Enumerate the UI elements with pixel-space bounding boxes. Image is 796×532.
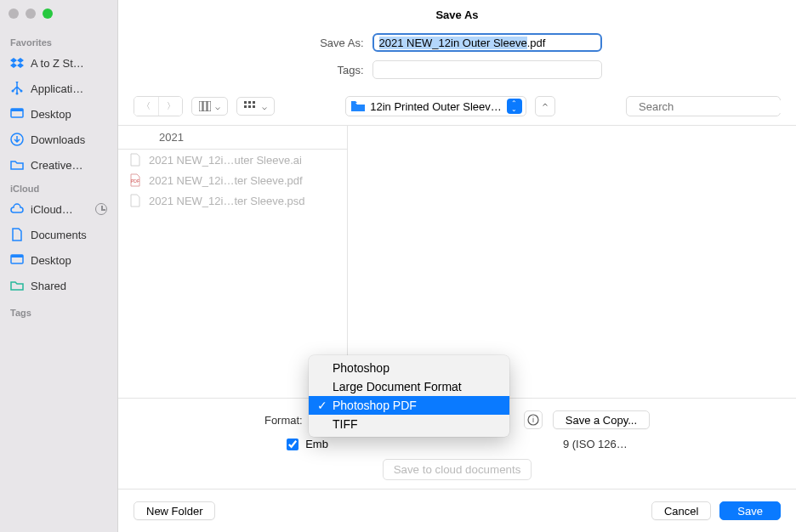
sidebar-item-app[interactable]: Applicati…	[0, 78, 117, 99]
file-icon: PDF	[128, 173, 142, 187]
sidebar-item-folder[interactable]: Creative…	[0, 155, 117, 175]
shared-icon	[10, 279, 24, 292]
file-name: 2021 NEW_12i…ter Sleeve.psd	[149, 195, 305, 207]
svg-rect-16	[248, 105, 251, 108]
main-panel: Save As Save As: Tags: 〈 〉 ⌵ ⌵ 12in Prin…	[118, 0, 796, 532]
file-row[interactable]: PDF2021 NEW_12i…ter Sleeve.pdf	[118, 170, 347, 190]
sidebar-item-dropbox[interactable]: A to Z St…	[0, 53, 117, 73]
svg-point-0	[16, 82, 19, 83]
format-label: Format:	[264, 414, 303, 427]
favorites-section-label: Favorites	[0, 37, 117, 53]
svg-point-3	[16, 93, 19, 95]
svg-rect-5	[11, 109, 23, 111]
sidebar-item-label: Documents	[31, 229, 87, 241]
sync-progress-icon	[95, 203, 107, 215]
action-bar: New Folder Cancel Save	[118, 489, 796, 532]
svg-rect-10	[203, 101, 207, 111]
view-columns-button[interactable]: ⌵	[191, 97, 228, 116]
folder-icon	[10, 158, 24, 172]
chevron-up-icon: ⌵	[543, 102, 548, 111]
sidebar-item-label: Desktop	[31, 108, 71, 121]
save-to-cloud-button[interactable]: Save to cloud documents	[383, 459, 532, 480]
format-popup-menu[interactable]: PhotoshopLarge Document FormatPhotoshop …	[309, 355, 509, 437]
svg-point-1	[12, 90, 14, 93]
sidebar-item-label: Creative…	[31, 159, 82, 172]
search-field[interactable]	[626, 96, 781, 116]
icloud-section-label: iCloud	[0, 184, 117, 199]
chevron-right-icon: 〉	[167, 100, 175, 112]
columns-icon	[199, 101, 211, 111]
format-menu-item[interactable]: Large Document Format	[309, 377, 509, 396]
sidebar-item-download[interactable]: Downloads	[0, 129, 117, 150]
tags-section-label: Tags	[0, 308, 117, 323]
file-icon	[128, 194, 142, 207]
new-folder-button[interactable]: New Folder	[134, 501, 215, 520]
tags-label: Tags:	[313, 64, 364, 76]
file-row[interactable]: 2021 NEW_12i…ter Sleeve.psd	[118, 190, 347, 211]
svg-rect-17	[253, 105, 255, 108]
go-up-button[interactable]: ⌵	[535, 96, 555, 116]
save-a-copy-button[interactable]: Save a Copy...	[553, 410, 650, 429]
chevron-down-icon: ⌵	[262, 102, 267, 111]
sidebar-item-desktop[interactable]: Desktop	[0, 104, 117, 124]
file-name: 2021 NEW_12i…ter Sleeve.pdf	[149, 174, 303, 187]
cloud-icon	[10, 202, 24, 216]
desktop-icon	[10, 253, 24, 267]
download-icon	[10, 133, 24, 146]
svg-rect-13	[248, 101, 251, 104]
sidebar-item-label: iCloud…	[31, 203, 73, 216]
format-menu-item[interactable]: Photoshop PDF	[309, 396, 509, 415]
save-button[interactable]: Save	[719, 501, 781, 520]
sidebar-item-label: Downloads	[31, 133, 85, 146]
sidebar: Favorites A to Z St…Applicati…DesktopDow…	[0, 0, 118, 532]
svg-rect-9	[199, 101, 202, 111]
file-row[interactable]: 2021 NEW_12i…uter Sleeve.ai	[118, 150, 347, 170]
sidebar-item-desktop[interactable]: Desktop	[0, 250, 117, 270]
dropbox-icon	[10, 56, 24, 70]
window-title: Save As	[118, 0, 796, 33]
filename-input[interactable]	[372, 33, 602, 52]
embed-label-prefix: Emb	[305, 438, 328, 450]
embed-label-suffix: 9 (ISO 126…	[563, 438, 628, 450]
file-name: 2021 NEW_12i…uter Sleeve.ai	[149, 154, 302, 167]
zoom-window-button[interactable]	[43, 8, 53, 19]
info-icon: i	[527, 414, 539, 426]
cancel-button[interactable]: Cancel	[651, 501, 711, 520]
embed-profile-checkbox[interactable]	[287, 439, 298, 450]
svg-rect-12	[244, 101, 247, 104]
app-icon	[10, 82, 24, 95]
sidebar-item-cloud[interactable]: iCloud…	[0, 199, 117, 219]
format-info-button[interactable]: i	[524, 410, 543, 429]
path-popup[interactable]: 12in Printed Outer Sleev… ⌃⌄	[345, 96, 526, 116]
chevron-down-icon: ⌵	[215, 102, 220, 111]
document-icon	[10, 228, 24, 241]
nav-back-button[interactable]: 〈	[134, 97, 158, 116]
sidebar-item-shared[interactable]: Shared	[0, 275, 117, 296]
desktop-icon	[10, 107, 24, 121]
path-stepper-icon: ⌃⌄	[507, 99, 522, 114]
svg-rect-8	[11, 255, 23, 258]
svg-rect-15	[244, 105, 247, 108]
minimize-window-button[interactable]	[26, 8, 36, 19]
search-input[interactable]	[639, 100, 782, 113]
nav-forward-button[interactable]: 〉	[158, 97, 182, 116]
view-grid-button[interactable]: ⌵	[236, 97, 275, 116]
format-menu-item[interactable]: Photoshop	[309, 359, 509, 377]
svg-text:i: i	[532, 416, 534, 424]
traffic-lights	[0, 8, 117, 19]
save-as-label: Save As:	[313, 37, 364, 49]
sidebar-item-label: Shared	[31, 280, 66, 292]
sidebar-item-label: Applicati…	[31, 82, 83, 95]
sidebar-item-label: Desktop	[31, 254, 71, 267]
tags-input[interactable]	[372, 60, 602, 79]
sidebar-item-document[interactable]: Documents	[0, 224, 117, 245]
file-icon	[128, 153, 142, 167]
sidebar-item-label: A to Z St…	[31, 57, 84, 70]
close-window-button[interactable]	[9, 8, 19, 19]
format-menu-item[interactable]: TIFF	[309, 415, 509, 433]
svg-rect-11	[208, 101, 211, 111]
grid-icon	[244, 101, 258, 111]
folder-icon	[351, 101, 365, 111]
svg-text:PDF: PDF	[131, 178, 139, 184]
nav-back-forward: 〈 〉	[134, 96, 183, 116]
